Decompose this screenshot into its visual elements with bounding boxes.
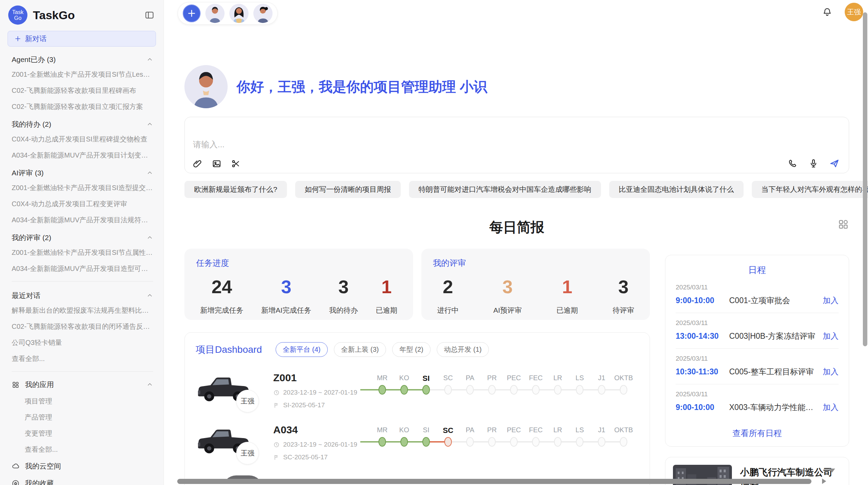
join-link[interactable]: 加入 <box>823 331 839 341</box>
phone-icon[interactable] <box>788 158 798 169</box>
stat-value: 1 <box>376 276 397 297</box>
section-my-review[interactable]: 我的评审 (2) <box>12 228 153 245</box>
join-link[interactable]: 加入 <box>823 402 839 413</box>
dashboard-title: 项目Dashboard <box>196 343 262 356</box>
milestone-node <box>444 385 452 395</box>
filter-pill[interactable]: 全新上装 (3) <box>334 342 386 357</box>
milestone-label: J1 <box>598 374 605 384</box>
suggestion-chip[interactable]: 比亚迪全固态电池计划具体说了什么 <box>609 181 744 198</box>
milestone-label: SI <box>423 426 430 436</box>
sidebar-item-my-apps[interactable]: 我的应用 <box>12 376 153 393</box>
app-item[interactable]: 变更管理 <box>25 425 153 442</box>
milestone-node <box>576 437 583 447</box>
suggestion-chip[interactable]: 特朗普可能对进口汽车增税会对中国车企造成哪些影响 <box>409 181 601 198</box>
chevron-up-icon[interactable] <box>146 121 153 128</box>
milestone-label: PA <box>466 374 474 384</box>
view-all-schedule-link[interactable]: 查看所有日程 <box>676 428 839 439</box>
stat-value: 2 <box>437 276 459 297</box>
milestone-node <box>422 437 430 447</box>
section-ai-review[interactable]: AI评审 (3) <box>12 163 153 180</box>
sidebar-task-item[interactable]: Z001-全新燃油轻卡产品开发项目SI节点属性5D文件评审 <box>12 245 153 261</box>
chat-input[interactable] <box>185 117 849 158</box>
sidebar-item-cloud-space[interactable]: 我的云空间 <box>12 458 153 475</box>
sidebar-task-item[interactable]: C0X4-动力总成开发项目工程变更评审 <box>12 196 153 212</box>
project-row[interactable]: 王强 Z001 2023-12-19 ~ 2027-01-19 <box>196 372 639 409</box>
project-row[interactable]: 王强 A034 2023-12-19 ~ 2026-01-19 <box>196 424 639 461</box>
chevron-up-icon[interactable] <box>146 170 153 176</box>
filter-pill[interactable]: 全新平台 (4) <box>276 342 328 357</box>
divider <box>12 371 153 372</box>
sidebar-task-item[interactable]: C02-飞腾新能源轻客改款项目里程碑画布 <box>12 83 153 99</box>
image-icon[interactable] <box>212 159 222 169</box>
vertical-scrollbar[interactable] <box>863 12 867 346</box>
milestone: LS <box>569 374 591 395</box>
section-my-todo[interactable]: 我的待办 (2) <box>12 115 153 131</box>
agent-avatar-2[interactable] <box>229 4 249 23</box>
sidebar-collapse-icon[interactable] <box>144 10 155 20</box>
milestone-node <box>532 385 540 395</box>
add-agent-button[interactable] <box>183 4 201 22</box>
stats-row: 任务进度 24 新增完成任务 3 新增AI完成任务 <box>184 249 650 320</box>
schedule-time: 10:30-11:30 <box>676 367 721 376</box>
milestone: FEC <box>525 374 547 395</box>
agent-avatar-3[interactable] <box>253 4 273 23</box>
join-link[interactable]: 加入 <box>823 295 839 306</box>
filter-pill[interactable]: 动总开发 (1) <box>437 342 489 357</box>
milestone-label: SC <box>443 426 454 436</box>
suggestion-chip[interactable]: 欧洲新规最近颁布了什么? <box>184 181 287 198</box>
horizontal-scrollbar[interactable] <box>177 479 811 484</box>
chevron-up-icon[interactable] <box>146 234 153 241</box>
scroll-right-arrow[interactable] <box>822 478 826 484</box>
milestone: PA <box>459 426 481 447</box>
scroll-down-arrow[interactable] <box>829 469 835 473</box>
milestone: KO <box>393 374 415 395</box>
milestone-label: LS <box>576 374 584 384</box>
paperclip-icon[interactable] <box>192 159 203 169</box>
card-title: 任务进度 <box>196 258 401 269</box>
sidebar-task-item[interactable]: C02-飞腾新能源轻客改款项目立项汇报方案 <box>12 99 153 115</box>
recent-chat-item[interactable]: 查看全部... <box>12 351 153 367</box>
sidebar-task-item[interactable]: Z001-全新燃油轻卡产品开发项目SI造型提交物评审 <box>12 180 153 196</box>
recent-chat-item[interactable]: 公司Q3轻卡销量 <box>12 335 153 351</box>
sidebar-task-item[interactable]: Z001-全新燃油皮卡产品开发项目SI节点Lesson Learn报告 <box>12 66 153 83</box>
section-items: Z001-全新燃油皮卡产品开发项目SI节点Lesson Learn报告C02-飞… <box>12 66 153 115</box>
user-avatar[interactable]: 王强 <box>845 3 863 21</box>
section-items: C0X4-动力总成开发项目SI里程碑提交物检查A034-全新新能源MUV产品开发… <box>12 131 153 163</box>
sidebar-task-item[interactable]: A034-全新新能源MUV产品开发项目法规符合性评审 <box>12 212 153 228</box>
stat-label: 新增完成任务 <box>200 306 243 315</box>
sidebar-task-item[interactable]: C0X4-动力总成开发项目SI里程碑提交物检查 <box>12 131 153 147</box>
app-logo: Task Go <box>8 5 27 25</box>
chevron-up-icon[interactable] <box>146 381 153 388</box>
scissors-icon[interactable] <box>231 159 241 169</box>
app-item[interactable]: 查看全部... <box>25 442 153 458</box>
agent-avatar-1[interactable] <box>205 4 225 23</box>
chevron-up-icon[interactable] <box>146 292 153 299</box>
recent-chat-item[interactable]: C02-飞腾新能源轻客改款项目的闭环通告反馈情况 <box>12 319 153 335</box>
schedule-list: 2025/03/11 9:00-10:00 C001-立项审批会 加入 2025… <box>676 277 839 420</box>
milestone-label: PA <box>466 426 474 436</box>
app-item[interactable]: 产品管理 <box>25 409 153 425</box>
join-link[interactable]: 加入 <box>823 366 839 377</box>
sidebar-task-item[interactable]: A034-全新新能源MUV产品开发项目计划变更表编写 <box>12 147 153 163</box>
microphone-icon[interactable] <box>808 158 819 169</box>
bell-icon[interactable] <box>822 7 832 17</box>
section-agent-done[interactable]: Agent已办 (3) <box>12 50 153 66</box>
app-item[interactable]: 项目管理 <box>25 393 153 409</box>
layout-grid-icon[interactable] <box>837 219 849 230</box>
suggestion-chip[interactable]: 如何写一份清晰的项目周报 <box>295 181 401 198</box>
recent-chat-item[interactable]: 解释最新出台的欧盟报废车法规再生塑料比例被调至15%... <box>12 302 153 319</box>
suggestion-chip[interactable]: 当下年轻人对汽车外观有怎样的喜好趋势 <box>752 181 868 198</box>
milestone-node <box>422 385 430 395</box>
send-icon[interactable] <box>829 158 840 169</box>
milestone: OKTB <box>613 426 635 447</box>
filter-pill[interactable]: 年型 (2) <box>392 342 431 357</box>
star-circle-icon <box>12 480 20 485</box>
chevron-up-icon[interactable] <box>146 56 153 63</box>
schedule-event-title: C005-整车工程目标评审 <box>729 366 817 377</box>
milestone-node <box>466 437 474 447</box>
section-recent-chats[interactable]: 最近对话 <box>12 286 153 302</box>
sidebar-task-item[interactable]: A034-全新新能源MUV产品开发项目造型可行性评审 <box>12 261 153 277</box>
schedule-event-title: C003|H0B-方案冻结评审 <box>729 331 817 341</box>
new-chat-button[interactable]: 新对话 <box>8 31 156 47</box>
sidebar-item-favorites[interactable]: 我的收藏 <box>12 475 153 485</box>
